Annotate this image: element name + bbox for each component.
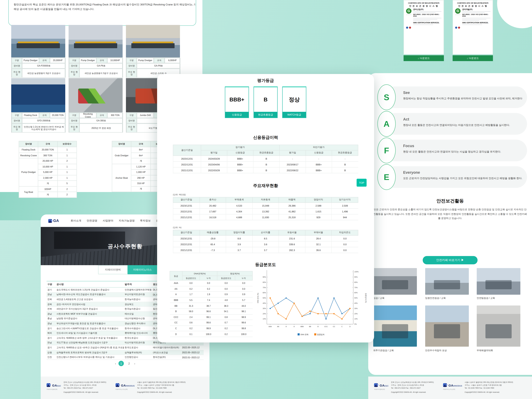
safe-letter-F: F: [377, 138, 396, 163]
nav-item-사업분야[interactable]: 사업분야: [103, 219, 113, 223]
safe-item-focus: F Focus 현장 내 모든 활동은 안전사고와 연결되어 있다는 사실을 명…: [384, 140, 527, 161]
footer-address: 서울시 송파구 올림픽로 293-19(신천동) 현대타워 2층(우:05510…: [465, 381, 513, 399]
nav-item-회사소개[interactable]: 회사소개: [71, 219, 81, 223]
table-row: CC0.699.60.799.6: [170, 320, 253, 326]
accreditation-seals: [406, 27, 441, 29]
nav-menu: 회사소개안전경영사업분야지속가능경영투자정보홍보센터: [71, 219, 167, 223]
svg-text:동종업계: 동종업계: [317, 334, 324, 336]
sea-dredger-2-photo: [69, 25, 123, 57]
tab-지에이이노더스[interactable]: 지에이이노더스: [128, 265, 157, 274]
footer-logo-suffix: E&C: [57, 385, 61, 387]
table-row: 2022/12/3165.43.93.6339.632.10.0: [173, 241, 358, 247]
svg-text:CCC: CCC: [324, 326, 328, 327]
pagination-prev[interactable]: ‹: [115, 362, 116, 365]
svg-text:D: D: [349, 326, 350, 327]
certificate-issuer: GMS CERTIFICATION SERVICES.: [413, 22, 441, 24]
table-row: 2023/12/31-29.88.88.5231.628.40.0: [173, 235, 358, 241]
ga-logo-icon: [443, 383, 447, 387]
footer-copyright: Copyright©2022 GWAN-AK. All righr reserv…: [63, 391, 106, 394]
footer-logo-sub: 지에이이앤씨(주): [374, 389, 388, 390]
safety-photo-caption: 무재해결의대회: [477, 349, 493, 352]
footer-copyright: Copyright©2022 GWAN-AK. All righr reserv…: [137, 391, 185, 394]
safe-item-everyone: E Everyone 모든 근로자가 안전담당자라는 사명감을 가지고 모든 위…: [384, 166, 527, 188]
safety-photo-caption: 안전우수작업자 포상: [425, 349, 447, 352]
orders-row: 경기고속국도 제400호선 김포~파주간 건설공사 (제4공구) 중 토공,구조…: [47, 345, 204, 350]
footer-company: GAE&C 지에이이앤씨(주) 전북 군산시 산단남북로(오식도동) 169, …: [47, 381, 106, 399]
footer-address: 전북 군산시 산단남북로(오식도동) 169, 201호(우:54001)구주소…: [63, 381, 106, 399]
safety-photo: [373, 305, 417, 347]
rating-label: WATCH등급: [283, 112, 306, 118]
table-row: 2023/12/312024/03/28BBB+B---: [173, 156, 358, 162]
ga-logo-icon: [115, 383, 119, 387]
safe-description: 현장내 모든 활동은 안전사고와 연결되어있다는 마음가짐으로 안전사고 예방활…: [403, 123, 528, 127]
safe-letter-S: S: [377, 84, 396, 110]
intro-line-2: 해상 공사에 있어 높은 시공품질을 만들어 내는 데 기여하고 있습니다.: [14, 7, 191, 11]
certificate-issuer: GMS CERTIFICATION SERVICES.: [462, 22, 490, 24]
safety-cafe-button[interactable]: 안전카페 바로가기 ▶: [423, 256, 478, 264]
footer-logo-suffix: INNODUS: [126, 385, 135, 387]
orders-col-header: 공사명: [56, 281, 124, 287]
footer-address: 서울시 송파구 올림픽로 293-19(신천동) 현대타워 2층(우:05510…: [137, 381, 185, 399]
fleet-table-left: 장비명규격보유대수Floating Dock20,000 TON1Revolvi…: [19, 141, 77, 198]
svg-text:DNA 전체: DNA 전체: [300, 334, 308, 336]
pagination-page-1[interactable]: 1: [119, 361, 124, 366]
certificate-g-seal: G: [406, 8, 412, 26]
safe-title: Everyone: [403, 171, 521, 175]
ga-logo[interactable]: GA: [48, 219, 59, 223]
svg-text:0%: 0%: [355, 323, 357, 325]
footer-logo-main: GA: [380, 384, 385, 387]
ga-logo-icon: [48, 219, 52, 223]
nav-item-투자정보[interactable]: 투자정보: [140, 219, 151, 223]
table-row: 2022/12/312023/04/06BBB+B2023/08/17BBB+B: [173, 162, 358, 167]
orders-row: 강원삼척블루파워 토목프로젝트 방파제 건설공사 2공구삼척블루파워(주)(주)…: [47, 350, 204, 355]
footer-logo: GAINNODUS 지에이이노더스(주): [443, 381, 462, 399]
nav-item-지속가능경영[interactable]: 지속가능경영: [119, 219, 135, 223]
fin2-unit-label: (단위: %): [173, 226, 182, 228]
revolving-crane-render-photo: [69, 78, 123, 112]
fleet-col-header: 보유대수: [57, 141, 77, 147]
certificate-subtitle: 안 전 보 건 경 영 시 스 템: [406, 5, 441, 7]
safe-title: Act: [403, 117, 521, 121]
pagination-next[interactable]: ›: [134, 362, 135, 365]
svg-text:A: A: [294, 326, 295, 327]
svg-text:60%: 60%: [263, 292, 266, 294]
financial-table-mwon: 결산기준일총자산부채총계자본총계매출액영업이익당기순이익2023/12/3120…: [173, 197, 358, 220]
svg-text:60%: 60%: [355, 292, 358, 294]
distribution-chart: 10%20%30%40%50%60%70%80%90%0%10%20%30%40…: [256, 268, 367, 343]
svg-text:80%: 80%: [263, 281, 266, 283]
svg-text:40%: 40%: [263, 302, 266, 304]
table-row: CCC2.499.10.898.9: [170, 314, 253, 320]
table-row: AAA0.00.00.00.0: [170, 280, 253, 286]
pagination-page-2[interactable]: 2: [126, 361, 132, 366]
download-button[interactable]: ↓ 다운로드: [404, 55, 444, 61]
orders-row: 인천인천신항1-2 컨테이너부두 하부공사중 케이슨 및 기초공사인천항만공사현…: [47, 355, 204, 360]
safety-photo: [477, 268, 520, 295]
ga-logo-icon: [374, 383, 378, 387]
fleet-row: Floating Dock20,000 TON1: [19, 147, 77, 153]
svg-text:AAA: AAA: [269, 326, 272, 327]
footer-logo-sub: 지에이이노더스(주): [115, 389, 135, 390]
page-canvas: 항만건설공사의 핵심 표준인 케이슨 운반거치를 위한 20,000TON급 F…: [0, 0, 532, 399]
table-row: BBB5.57.44.85.7: [170, 297, 253, 303]
table-row: A1.71.90.90.9: [170, 292, 253, 297]
nav-item-안전경영[interactable]: 안전경영: [87, 219, 97, 223]
svg-text:B: B: [317, 326, 319, 327]
fleet-row: Tug Boat320HP2: [19, 186, 77, 192]
safe-letter-E: E: [377, 164, 396, 190]
intro-line-1: 항만건설공사의 핵심 표준인 케이슨 운반거치를 위한 20,000TON급 F…: [14, 2, 191, 7]
financial-table-pct: 결산기준일매출성장률영업이익률순이익률유동비율부채비율차입의존도2023/12/…: [173, 230, 358, 253]
rating-box-현금흐름등급: B 현금흐름등급: [253, 86, 278, 118]
footer-logo-main: GA: [449, 384, 453, 387]
safety-photo: [373, 268, 417, 295]
tab-지에이이앤씨[interactable]: 지에이이앤씨: [98, 265, 128, 274]
safety-page: S See 현장에서는 항상 작업상황을 주시하고 주변환경을 파악하여 안전사…: [368, 73, 532, 375]
safe-title: See: [403, 91, 521, 95]
fleet-col-header: 규격: [131, 141, 151, 147]
download-button[interactable]: ↓ 다운로드: [453, 55, 493, 61]
svg-text:70%: 70%: [263, 287, 266, 289]
certificate-g-seal: G: [455, 8, 461, 26]
financial-title: 주요재무현황: [157, 183, 374, 189]
ratings-title: 평가등급: [157, 78, 374, 83]
sea-dredger-1-photo: [11, 25, 65, 57]
equipment-card: 구분Revolving Crane규격300 TON 장비명GA-300호 주요…: [69, 78, 123, 133]
